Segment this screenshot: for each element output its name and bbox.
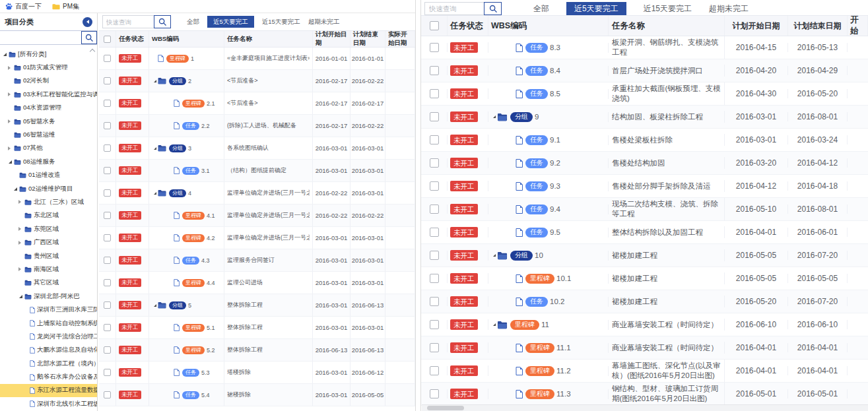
row-checkbox[interactable] [430, 343, 439, 352]
row-checkbox[interactable] [430, 251, 439, 260]
search-button[interactable] [154, 15, 171, 28]
filter-tab[interactable]: 近5天要完工 [207, 16, 254, 28]
search-button[interactable] [484, 2, 502, 15]
tree-expander-icon[interactable] [18, 241, 24, 245]
row-checkbox[interactable] [430, 389, 439, 398]
table-row[interactable]: 未开工里程碑1«金丰豪庭项目施工进度计划表»2016-01-012016-01-… [99, 47, 415, 70]
table-row[interactable]: 未开工任务9.1售楼处梁板柱拆除2016-03-012016-03-24 [421, 129, 868, 152]
table-row[interactable]: 未开工任务9.3售楼处部分脚手架拆除及清运2016-04-122016-04-1… [421, 175, 868, 198]
tree-expander-icon[interactable] [18, 295, 24, 298]
scroll-up-icon[interactable] [90, 48, 95, 53]
table-row[interactable]: 未开工里程碑4.4监理公司进场2016-03-012016-03-01 [99, 272, 415, 294]
row-checkbox[interactable] [430, 205, 439, 214]
tree-expander-icon[interactable] [18, 267, 24, 271]
row-checkbox[interactable] [104, 301, 111, 309]
tree-item[interactable]: 广西区域 [0, 236, 97, 249]
expand-icon[interactable] [491, 115, 497, 118]
row-checkbox[interactable] [104, 122, 111, 129]
table-row[interactable]: 未开工里程碑4.2监理单位确定并进场(三月一号之前进场)2016-03-0120… [99, 227, 415, 249]
horizontal-scrollbar[interactable] [422, 404, 868, 411]
tree-item[interactable]: 深圳市北线引水工程坂雪岗泵站 [0, 397, 97, 410]
tree-item[interactable]: 东江水源工程流量数据自动采集 [0, 384, 97, 397]
table-row[interactable]: 未开工分组3各系统图纸确认2016-03-012016-03-01 [99, 137, 415, 160]
row-checkbox[interactable] [104, 324, 111, 331]
table-row[interactable]: 未开工分组9结构加固、板梁柱拆除工程2016-03-012016-08-01 [421, 106, 868, 129]
tree-expander-icon[interactable] [7, 92, 13, 96]
expand-icon[interactable] [152, 147, 158, 150]
expand-icon[interactable] [152, 192, 158, 195]
tree-item[interactable]: 北部水源工程（境内）监控系统 [0, 357, 97, 370]
tree-item[interactable]: 南海区域 [0, 263, 97, 276]
select-all-checkbox[interactable] [104, 36, 111, 43]
table-row[interactable]: 未开工任务8.3板梁开洞、钢筋绑扎、支模浇筑工程2016-04-152016-0… [421, 36, 868, 59]
table-row[interactable]: 未开工任务9.2售楼处结构加固2016-03-202016-04-12 [421, 152, 868, 175]
table-row[interactable]: 未开工任务3.1（结构）图纸提前确定2016-03-012016-03-01 [99, 160, 415, 182]
table-row[interactable]: 未开工里程碑5.2整体拆除工程2016-06-132016-06-13 [99, 339, 415, 362]
bookmark-item[interactable]: PM集 [52, 2, 79, 11]
search-input[interactable] [424, 2, 484, 15]
table-row[interactable]: 未开工任务5.4裙楼拆除2016-03-012016-05-05 [99, 384, 415, 406]
tree-item[interactable]: 04水资源管理 [0, 102, 97, 115]
tree-item[interactable]: 02河长制 [0, 75, 97, 88]
row-checkbox[interactable] [104, 144, 111, 152]
category-search-input[interactable] [0, 31, 81, 44]
tree-item[interactable]: 上埔泵站自动控制系统维护合同 [0, 317, 97, 330]
filter-tab[interactable]: 超期未完工 [709, 5, 749, 13]
tree-item[interactable]: [所有分类] [0, 47, 97, 61]
tree-item[interactable]: 02运维维护项目 [0, 182, 97, 195]
filter-tab[interactable]: 近15天要完工 [644, 5, 692, 13]
tree-expander-icon[interactable] [7, 160, 13, 164]
table-row[interactable]: 未开工分组2<节后准备>2016-02-172016-02-22 [99, 70, 415, 92]
row-checkbox[interactable] [430, 297, 439, 306]
tree-item[interactable]: 大鹏水源信息及自动化维护项目 [0, 344, 97, 357]
row-checkbox[interactable] [104, 100, 111, 107]
table-row[interactable]: 未开工分组5整体拆除工程2016-03-012016-06-13 [99, 294, 415, 317]
row-checkbox[interactable] [104, 189, 111, 197]
table-row[interactable]: 未开工任务4.3监理服务合同签订2016-03-012016-03-01 [99, 249, 415, 272]
table-row[interactable]: 未开工任务10.2裙楼加建工程2016-05-202016-07-20 [421, 290, 868, 313]
tree-item[interactable]: 北江（三水）区域 [0, 195, 97, 208]
table-row[interactable]: 未开工里程碑11商业幕墙安装工程（时间待定）2016-06-102016-06-… [421, 313, 868, 336]
tree-expander-icon[interactable] [18, 227, 24, 231]
tree-expander-icon[interactable] [7, 146, 13, 150]
row-checkbox[interactable] [430, 158, 439, 168]
category-search-button[interactable] [81, 31, 97, 44]
tree-item[interactable]: 07其他 [0, 142, 97, 155]
row-checkbox[interactable] [430, 228, 439, 237]
select-all-checkbox[interactable] [430, 21, 439, 30]
table-row[interactable]: 未开工里程碑2.1<节后准备>2016-02-172016-02-17 [99, 92, 415, 115]
table-row[interactable]: 未开工分组4监理单位确定并进场(三月一号之前进场)2016-02-222016-… [99, 182, 415, 205]
table-row[interactable]: 未开工里程碑11.2幕墙施工图纸、深化节点(以及审核）(图纸2016年5月20日… [421, 360, 868, 383]
filter-tab[interactable]: 全部 [187, 18, 199, 25]
tree-item[interactable]: 东莞区域 [0, 222, 97, 236]
row-checkbox[interactable] [104, 55, 111, 62]
tree-item[interactable]: 龙岗河干流综合治理二期工程- [0, 330, 97, 343]
tree-expander-icon[interactable] [18, 200, 24, 204]
table-row[interactable]: 未开工里程碑10.1裙楼加建工程2016-05-052016-05-05 [421, 267, 868, 290]
row-checkbox[interactable] [430, 135, 439, 144]
tree-expander-icon[interactable] [7, 66, 13, 70]
tree-item[interactable]: 01防灾减灾管理 [0, 61, 97, 74]
row-checkbox[interactable] [104, 212, 111, 219]
tree-item[interactable]: 其它区域 [0, 276, 97, 290]
bookmark-item[interactable]: 百度一下 [5, 2, 42, 11]
filter-tab[interactable]: 近5天要完工 [566, 2, 626, 15]
expand-icon[interactable] [491, 254, 497, 257]
tree-item[interactable]: 深圳北部-阿米巴 [0, 290, 97, 303]
tree-item[interactable]: 08运维服务 [0, 155, 97, 168]
tree-item[interactable]: 06智慧运维 [0, 128, 97, 141]
table-row[interactable]: 未开工里程碑4.1监理单位确定并进场(三月一号之前进场)2016-02-2220… [99, 205, 415, 227]
tree-expander-icon[interactable] [13, 187, 18, 191]
row-checkbox[interactable] [104, 279, 111, 286]
row-checkbox[interactable] [104, 77, 111, 84]
row-checkbox[interactable] [430, 320, 439, 329]
table-row[interactable]: 未开工分组10裙楼加建工程2016-05-052016-07-20 [421, 244, 868, 267]
row-checkbox[interactable] [104, 369, 111, 376]
table-row[interactable]: 未开工里程碑5.1整体拆除工程2016-03-012016-03-01 [99, 317, 415, 339]
row-checkbox[interactable] [104, 391, 111, 398]
expand-icon[interactable] [152, 304, 158, 307]
table-row[interactable]: 未开工任务9.5整体结构拆除以及加固工程2016-04-012016-06-01 [421, 221, 868, 244]
expand-icon[interactable] [491, 323, 497, 326]
filter-tab[interactable]: 超期未完工 [308, 18, 340, 25]
row-checkbox[interactable] [430, 366, 439, 375]
